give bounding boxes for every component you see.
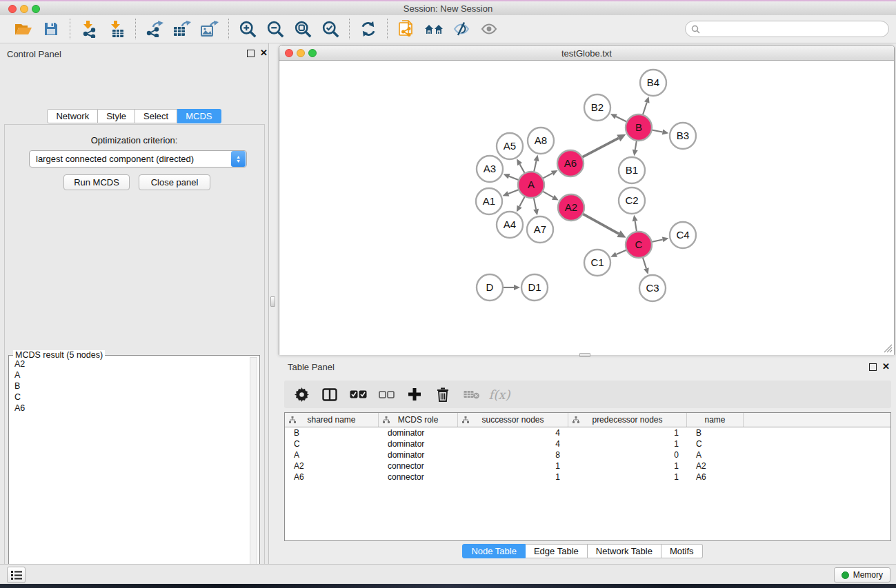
graph-node-A8[interactable]: A8 xyxy=(528,128,554,154)
graph-node-D1[interactable]: D1 xyxy=(521,274,548,301)
node-circle[interactable] xyxy=(640,70,666,96)
node-circle[interactable] xyxy=(528,128,554,154)
table-cell[interactable]: A2 xyxy=(687,461,744,471)
edge-A6-B[interactable] xyxy=(582,138,619,157)
import-table-button[interactable] xyxy=(103,17,130,41)
edge-C-C2[interactable] xyxy=(635,221,637,232)
function-builder-button[interactable]: f(x) xyxy=(490,385,508,403)
node-circle[interactable] xyxy=(477,274,503,301)
tab-style[interactable]: Style xyxy=(98,109,135,123)
select-all-button[interactable] xyxy=(349,385,367,403)
edge-B-B4[interactable] xyxy=(643,103,647,115)
table-cell[interactable]: 1 xyxy=(458,461,568,471)
node-circle[interactable] xyxy=(527,216,553,243)
task-history-button[interactable] xyxy=(7,567,26,583)
search-field[interactable] xyxy=(685,21,889,37)
edge-A-A6[interactable] xyxy=(543,173,552,179)
close-panel-icon[interactable]: ✕ xyxy=(260,49,268,57)
column-header-successor-nodes[interactable]: successor nodes xyxy=(458,413,568,427)
node-circle[interactable] xyxy=(558,194,584,221)
table-row[interactable]: A6connector11A6 xyxy=(285,472,890,483)
tab-network[interactable]: Network xyxy=(47,109,98,123)
new-network-from-selection-button[interactable] xyxy=(392,17,420,41)
graph-node-A[interactable]: A xyxy=(518,172,544,198)
graph-node-B3[interactable]: B3 xyxy=(670,123,696,149)
tab-mcds[interactable]: MCDS xyxy=(177,109,221,123)
table-settings-button[interactable] xyxy=(292,385,310,403)
refresh-button[interactable] xyxy=(355,17,382,41)
edge-A-A1[interactable] xyxy=(508,190,519,194)
tab-edge-table[interactable]: Edge Table xyxy=(526,544,588,558)
table-cell[interactable]: 1 xyxy=(458,472,568,482)
graph-node-C3[interactable]: C3 xyxy=(639,275,666,301)
float-table-panel-icon[interactable] xyxy=(869,363,877,371)
graph-node-A3[interactable]: A3 xyxy=(477,156,503,182)
edge-A-A2[interactable] xyxy=(543,191,553,197)
node-circle[interactable] xyxy=(497,212,523,238)
deselect-all-button[interactable] xyxy=(377,385,395,403)
node-circle[interactable] xyxy=(670,123,696,149)
tab-node-table[interactable]: Node Table xyxy=(462,544,526,558)
graph-node-D[interactable]: D xyxy=(477,274,503,301)
node-circle[interactable] xyxy=(584,94,610,121)
node-circle[interactable] xyxy=(518,172,544,198)
graph-node-A6[interactable]: A6 xyxy=(557,150,584,176)
graph-node-B1[interactable]: B1 xyxy=(619,157,645,183)
mcds-result-item[interactable]: A xyxy=(11,369,248,381)
zoom-out-button[interactable] xyxy=(261,17,289,41)
horizontal-splitter-handle[interactable] xyxy=(579,353,590,357)
table-cell[interactable]: A xyxy=(687,450,744,460)
edge-A-A8[interactable] xyxy=(534,161,537,172)
result-scrollbar[interactable] xyxy=(250,357,257,588)
table-cell[interactable]: A2 xyxy=(285,461,379,471)
mcds-result-item[interactable]: B xyxy=(11,381,248,392)
open-session-button[interactable] xyxy=(10,17,37,41)
node-circle[interactable] xyxy=(477,156,503,182)
node-circle[interactable] xyxy=(619,157,645,183)
table-cell[interactable]: B xyxy=(687,428,744,438)
mcds-result-list[interactable]: A2ABCA6 xyxy=(11,358,248,588)
node-circle[interactable] xyxy=(476,188,502,214)
edge-C-C1[interactable] xyxy=(617,250,627,255)
table-cell[interactable]: connector xyxy=(379,461,458,471)
mcds-result-item[interactable]: C xyxy=(11,392,248,403)
node-circle[interactable] xyxy=(639,275,666,301)
column-header-shared-name[interactable]: shared name xyxy=(285,413,379,427)
show-all-button[interactable] xyxy=(475,17,503,41)
resize-grip-icon[interactable] xyxy=(884,344,893,353)
table-cell[interactable]: C xyxy=(285,439,379,449)
table-row[interactable]: Adominator80A xyxy=(285,449,890,460)
table-cell[interactable]: A6 xyxy=(285,472,379,482)
edge-A-A3[interactable] xyxy=(509,176,519,180)
node-circle[interactable] xyxy=(584,250,610,276)
mcds-result-item[interactable]: A6 xyxy=(11,403,248,414)
tab-network-table[interactable]: Network Table xyxy=(588,544,661,558)
table-cell[interactable]: 4 xyxy=(458,439,568,449)
table-cell[interactable]: B xyxy=(285,428,379,438)
network-window-titlebar[interactable]: testGlobe.txt xyxy=(279,45,894,61)
export-image-button[interactable] xyxy=(196,17,223,41)
node-circle[interactable] xyxy=(557,150,584,176)
hide-selected-button[interactable] xyxy=(448,17,475,41)
criterion-dropdown[interactable]: largest connected component (directed) ▲… xyxy=(29,150,247,168)
table-row[interactable]: Bdominator41B xyxy=(285,427,890,438)
import-network-button[interactable] xyxy=(75,17,103,41)
table-cell[interactable]: 0 xyxy=(568,450,687,460)
graph-node-A4[interactable]: A4 xyxy=(497,212,523,238)
run-mcds-button[interactable]: Run MCDS xyxy=(63,174,130,190)
edge-B-B1[interactable] xyxy=(635,141,637,150)
graph-node-B4[interactable]: B4 xyxy=(640,70,666,96)
table-row[interactable]: Cdominator41C xyxy=(285,438,890,449)
search-input[interactable] xyxy=(704,24,883,34)
save-session-button[interactable] xyxy=(37,17,65,41)
export-network-button[interactable] xyxy=(141,17,168,41)
edge-C-C4[interactable] xyxy=(652,239,663,242)
graph-node-B2[interactable]: B2 xyxy=(584,94,610,121)
table-cell[interactable]: dominator xyxy=(379,428,458,438)
node-circle[interactable] xyxy=(497,133,523,159)
table-row[interactable]: A2connector11A2 xyxy=(285,460,890,472)
node-circle[interactable] xyxy=(626,114,652,141)
zoom-in-button[interactable] xyxy=(234,17,261,41)
edge-A-A5[interactable] xyxy=(520,164,525,173)
column-header-name[interactable]: name xyxy=(687,413,744,427)
